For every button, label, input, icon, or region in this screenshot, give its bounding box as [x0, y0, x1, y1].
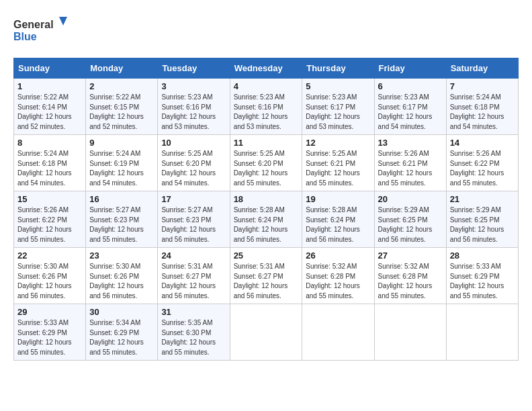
day-number: 12 [306, 138, 370, 148]
calendar-week-row: 15 Sunrise: 5:26 AM Sunset: 6:22 PM Dayl… [14, 191, 519, 248]
column-header-sunday: Sunday [14, 58, 86, 79]
calendar-cell: 16 Sunrise: 5:27 AM Sunset: 6:23 PM Dayl… [86, 191, 158, 248]
calendar-cell: 27 Sunrise: 5:32 AM Sunset: 6:28 PM Dayl… [374, 248, 446, 304]
day-info: Sunrise: 5:32 AM Sunset: 6:28 PM Dayligh… [306, 262, 370, 301]
day-info: Sunrise: 5:25 AM Sunset: 6:20 PM Dayligh… [234, 149, 299, 188]
day-info: Sunrise: 5:30 AM Sunset: 6:26 PM Dayligh… [17, 262, 82, 301]
day-info: Sunrise: 5:23 AM Sunset: 6:16 PM Dayligh… [234, 93, 299, 132]
day-number: 25 [234, 250, 299, 261]
day-number: 18 [234, 194, 299, 204]
day-info: Sunrise: 5:26 AM Sunset: 6:21 PM Dayligh… [378, 149, 443, 188]
calendar-cell: 11 Sunrise: 5:25 AM Sunset: 6:20 PM Dayl… [230, 135, 302, 191]
calendar-cell: 4 Sunrise: 5:23 AM Sunset: 6:16 PM Dayli… [230, 79, 302, 135]
calendar-cell: 5 Sunrise: 5:23 AM Sunset: 6:17 PM Dayli… [302, 79, 374, 135]
calendar-cell: 6 Sunrise: 5:23 AM Sunset: 6:17 PM Dayli… [374, 79, 446, 135]
day-info: Sunrise: 5:32 AM Sunset: 6:28 PM Dayligh… [378, 262, 443, 301]
day-info: Sunrise: 5:24 AM Sunset: 6:18 PM Dayligh… [450, 93, 515, 132]
svg-text:General: General [13, 19, 54, 30]
column-header-saturday: Saturday [446, 58, 518, 79]
day-number: 27 [378, 250, 443, 261]
column-header-monday: Monday [86, 58, 158, 79]
day-number: 24 [161, 250, 226, 261]
day-number: 28 [450, 250, 515, 261]
calendar-table: SundayMondayTuesdayWednesdayThursdayFrid… [13, 58, 519, 361]
day-info: Sunrise: 5:29 AM Sunset: 6:25 PM Dayligh… [450, 205, 515, 244]
calendar-cell: 23 Sunrise: 5:30 AM Sunset: 6:26 PM Dayl… [86, 248, 158, 304]
day-info: Sunrise: 5:24 AM Sunset: 6:18 PM Dayligh… [17, 149, 82, 188]
calendar-cell: 24 Sunrise: 5:31 AM Sunset: 6:27 PM Dayl… [158, 248, 230, 304]
calendar-week-row: 1 Sunrise: 5:22 AM Sunset: 6:14 PM Dayli… [14, 79, 519, 135]
calendar-cell: 1 Sunrise: 5:22 AM Sunset: 6:14 PM Dayli… [14, 79, 86, 135]
day-number: 17 [161, 194, 226, 204]
day-number: 20 [378, 194, 443, 204]
day-info: Sunrise: 5:34 AM Sunset: 6:29 PM Dayligh… [89, 318, 154, 357]
day-number: 30 [89, 307, 154, 317]
calendar-cell [302, 304, 374, 361]
day-number: 22 [17, 250, 82, 261]
day-number: 14 [450, 138, 515, 148]
day-info: Sunrise: 5:28 AM Sunset: 6:24 PM Dayligh… [234, 205, 299, 244]
calendar-cell [374, 304, 446, 361]
calendar-cell: 30 Sunrise: 5:34 AM Sunset: 6:29 PM Dayl… [86, 304, 158, 361]
calendar-week-row: 29 Sunrise: 5:33 AM Sunset: 6:29 PM Dayl… [14, 304, 519, 361]
calendar-cell: 15 Sunrise: 5:26 AM Sunset: 6:22 PM Dayl… [14, 191, 86, 248]
calendar-week-row: 22 Sunrise: 5:30 AM Sunset: 6:26 PM Dayl… [14, 248, 519, 304]
calendar-cell: 25 Sunrise: 5:31 AM Sunset: 6:27 PM Dayl… [230, 248, 302, 304]
calendar-cell: 19 Sunrise: 5:28 AM Sunset: 6:24 PM Dayl… [302, 191, 374, 248]
day-info: Sunrise: 5:28 AM Sunset: 6:24 PM Dayligh… [306, 205, 370, 244]
calendar-week-row: 8 Sunrise: 5:24 AM Sunset: 6:18 PM Dayli… [14, 135, 519, 191]
day-info: Sunrise: 5:26 AM Sunset: 6:22 PM Dayligh… [450, 149, 515, 188]
calendar-cell: 13 Sunrise: 5:26 AM Sunset: 6:21 PM Dayl… [374, 135, 446, 191]
day-info: Sunrise: 5:27 AM Sunset: 6:23 PM Dayligh… [89, 205, 154, 244]
day-number: 21 [450, 194, 515, 204]
calendar-cell: 9 Sunrise: 5:24 AM Sunset: 6:19 PM Dayli… [86, 135, 158, 191]
day-number: 2 [89, 81, 154, 91]
day-info: Sunrise: 5:33 AM Sunset: 6:29 PM Dayligh… [450, 262, 515, 301]
calendar-cell: 20 Sunrise: 5:29 AM Sunset: 6:25 PM Dayl… [374, 191, 446, 248]
calendar-cell [230, 304, 302, 361]
calendar-cell: 3 Sunrise: 5:23 AM Sunset: 6:16 PM Dayli… [158, 79, 230, 135]
calendar-cell: 7 Sunrise: 5:24 AM Sunset: 6:18 PM Dayli… [446, 79, 518, 135]
day-number: 26 [306, 250, 370, 261]
day-number: 11 [234, 138, 299, 148]
day-number: 6 [378, 81, 443, 91]
svg-text:Blue: Blue [13, 31, 37, 42]
day-number: 23 [89, 250, 154, 261]
calendar-cell: 8 Sunrise: 5:24 AM Sunset: 6:18 PM Dayli… [14, 135, 86, 191]
column-header-thursday: Thursday [302, 58, 374, 79]
day-info: Sunrise: 5:22 AM Sunset: 6:15 PM Dayligh… [89, 93, 154, 132]
day-info: Sunrise: 5:24 AM Sunset: 6:19 PM Dayligh… [89, 149, 154, 188]
calendar-cell: 28 Sunrise: 5:33 AM Sunset: 6:29 PM Dayl… [446, 248, 518, 304]
day-info: Sunrise: 5:23 AM Sunset: 6:17 PM Dayligh… [306, 93, 370, 132]
day-info: Sunrise: 5:30 AM Sunset: 6:26 PM Dayligh… [89, 262, 154, 301]
day-info: Sunrise: 5:31 AM Sunset: 6:27 PM Dayligh… [161, 262, 226, 301]
day-info: Sunrise: 5:33 AM Sunset: 6:29 PM Dayligh… [17, 318, 82, 357]
day-number: 3 [161, 81, 226, 91]
calendar-cell: 22 Sunrise: 5:30 AM Sunset: 6:26 PM Dayl… [14, 248, 86, 304]
day-info: Sunrise: 5:25 AM Sunset: 6:20 PM Dayligh… [161, 149, 226, 188]
calendar-cell: 17 Sunrise: 5:27 AM Sunset: 6:23 PM Dayl… [158, 191, 230, 248]
calendar-cell: 31 Sunrise: 5:35 AM Sunset: 6:30 PM Dayl… [158, 304, 230, 361]
calendar-cell: 18 Sunrise: 5:28 AM Sunset: 6:24 PM Dayl… [230, 191, 302, 248]
day-number: 4 [234, 81, 299, 91]
calendar-cell [446, 304, 518, 361]
logo-svg: General Blue [13, 13, 67, 47]
day-number: 9 [89, 138, 154, 148]
day-info: Sunrise: 5:35 AM Sunset: 6:30 PM Dayligh… [161, 318, 226, 357]
calendar-cell: 21 Sunrise: 5:29 AM Sunset: 6:25 PM Dayl… [446, 191, 518, 248]
page-header: General Blue [13, 13, 519, 47]
calendar-cell: 10 Sunrise: 5:25 AM Sunset: 6:20 PM Dayl… [158, 135, 230, 191]
calendar-header-row: SundayMondayTuesdayWednesdayThursdayFrid… [14, 58, 519, 79]
day-number: 7 [450, 81, 515, 91]
day-number: 15 [17, 194, 82, 204]
day-number: 5 [306, 81, 370, 91]
column-header-friday: Friday [374, 58, 446, 79]
svg-marker-2 [59, 17, 67, 26]
day-info: Sunrise: 5:31 AM Sunset: 6:27 PM Dayligh… [234, 262, 299, 301]
day-info: Sunrise: 5:23 AM Sunset: 6:17 PM Dayligh… [378, 93, 443, 132]
calendar-cell: 29 Sunrise: 5:33 AM Sunset: 6:29 PM Dayl… [14, 304, 86, 361]
logo: General Blue [13, 13, 67, 47]
day-number: 29 [17, 307, 82, 317]
day-number: 1 [17, 81, 82, 91]
calendar-cell: 12 Sunrise: 5:25 AM Sunset: 6:21 PM Dayl… [302, 135, 374, 191]
